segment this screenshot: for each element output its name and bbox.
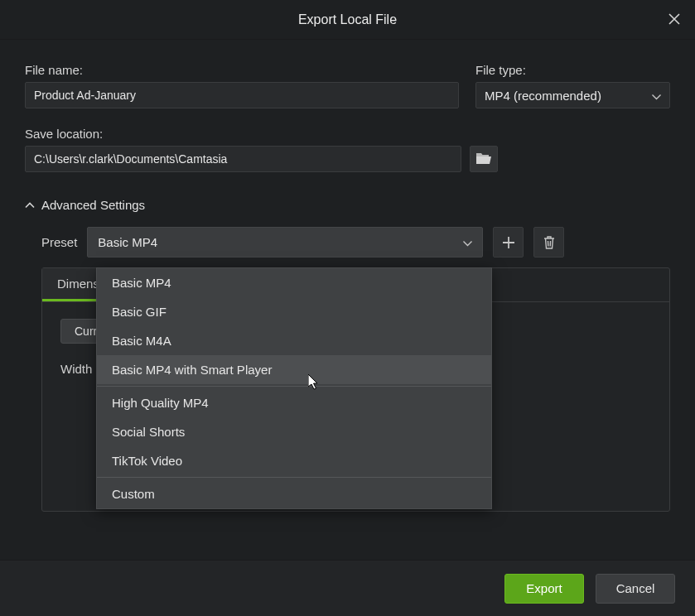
titlebar: Export Local File <box>0 0 695 40</box>
filename-input[interactable] <box>25 82 459 108</box>
dropdown-divider <box>97 477 491 478</box>
filetype-field-group: File type: MP4 (recommended) <box>475 63 670 108</box>
close-button[interactable] <box>665 10 683 28</box>
chevron-up-icon <box>25 197 35 212</box>
dropdown-divider <box>97 386 491 387</box>
trash-icon <box>543 235 556 250</box>
chevron-down-icon <box>652 89 661 103</box>
preset-dropdown: Basic MP4Basic GIFBasic M4ABasic MP4 wit… <box>96 267 492 509</box>
advanced-settings-label: Advanced Settings <box>41 198 145 212</box>
export-button[interactable]: Export <box>504 574 584 604</box>
dialog-title: Export Local File <box>298 12 397 27</box>
filetype-label: File type: <box>475 63 670 77</box>
add-preset-button[interactable] <box>493 227 524 257</box>
save-location-label: Save location: <box>25 127 461 141</box>
filetype-select[interactable]: MP4 (recommended) <box>475 82 670 108</box>
preset-selected-value: Basic MP4 <box>98 235 157 249</box>
folder-icon <box>475 152 492 166</box>
preset-option[interactable]: TikTok Video <box>97 446 491 475</box>
preset-option[interactable]: High Quality MP4 <box>97 388 491 417</box>
filename-field-group: File name: <box>25 63 459 108</box>
browse-folder-button[interactable] <box>470 146 498 172</box>
preset-option[interactable]: Custom <box>97 479 491 508</box>
delete-preset-button[interactable] <box>533 227 564 257</box>
preset-row: Preset Basic MP4 <box>41 227 670 257</box>
save-location-input[interactable] <box>25 146 461 172</box>
close-icon <box>668 12 681 26</box>
dialog-footer: Export Cancel <box>0 560 695 616</box>
preset-select[interactable]: Basic MP4 <box>87 227 483 257</box>
filename-label: File name: <box>25 63 459 77</box>
top-row: File name: File type: MP4 (recommended) <box>25 63 670 108</box>
advanced-settings-toggle[interactable]: Advanced Settings <box>25 197 670 212</box>
preset-label: Preset <box>41 235 77 249</box>
save-location-field-group: Save location: <box>25 127 461 172</box>
save-location-row: Save location: <box>25 127 670 172</box>
preset-option[interactable]: Basic MP4 with Smart Player <box>97 355 491 384</box>
preset-option[interactable]: Basic M4A <box>97 326 491 355</box>
plus-icon <box>501 235 516 250</box>
preset-option[interactable]: Social Shorts <box>97 417 491 446</box>
cancel-button[interactable]: Cancel <box>596 574 675 604</box>
preset-option[interactable]: Basic MP4 <box>97 268 491 297</box>
preset-option[interactable]: Basic GIF <box>97 297 491 326</box>
filetype-value: MP4 (recommended) <box>485 89 601 103</box>
chevron-down-icon <box>463 235 472 249</box>
